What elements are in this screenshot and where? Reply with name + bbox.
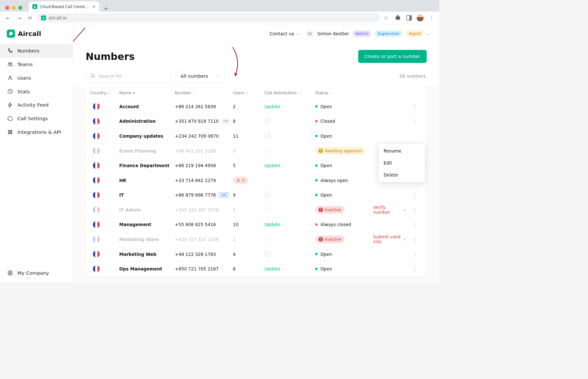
row-status: Open xyxy=(321,252,332,257)
table-row[interactable]: Company updates+234 242 709 067011✓Open xyxy=(86,129,426,144)
update-distribution-link[interactable]: Update› xyxy=(264,163,315,168)
ctx-delete[interactable]: Delete xyxy=(379,169,425,181)
topbar: Contact us ⌄ SK Simon Kestler Admin Supe… xyxy=(73,24,439,43)
sidebar-footer-label: My Company xyxy=(17,270,49,276)
aircall-favicon-icon: ◗ xyxy=(32,4,37,9)
row-action-link[interactable]: Verify number› xyxy=(373,205,408,215)
extensions-icon[interactable] xyxy=(393,13,402,22)
profile-avatar-icon[interactable] xyxy=(415,13,424,22)
status-dot-icon xyxy=(315,164,317,167)
row-name: HR xyxy=(119,178,175,183)
new-tab-button[interactable]: + xyxy=(102,6,110,12)
row-kebab-menu[interactable]: ⋮ xyxy=(408,104,422,109)
url-field[interactable]: ◗ aircall.io xyxy=(37,13,380,22)
sidebar-item-label: Activity Feed xyxy=(17,102,49,108)
row-kebab-menu[interactable]: ⋮ xyxy=(408,266,422,272)
ctx-rename[interactable]: Rename xyxy=(379,145,425,157)
row-action-link[interactable]: Submit valid info› xyxy=(373,234,408,244)
table-row[interactable]: Marketing Web+48 122 328 17834✓Open⋮ xyxy=(86,247,426,261)
table-row[interactable]: Finance Department+86 219 194 49585Updat… xyxy=(86,158,426,173)
col-dist[interactable]: Call distribution▾ xyxy=(264,90,315,95)
row-status: Open xyxy=(321,104,332,109)
users-warning-pill[interactable]: 0 xyxy=(233,177,248,184)
side-panel-icon[interactable] xyxy=(404,13,413,22)
sidebar-item-call-settings[interactable]: Call Settings xyxy=(0,112,73,125)
sidebar-item-my-company[interactable]: My Company xyxy=(0,265,73,282)
window-close-icon[interactable] xyxy=(5,6,9,10)
update-distribution-link[interactable]: Update› xyxy=(264,266,315,271)
tab-close-icon[interactable]: × xyxy=(92,4,96,9)
forward-icon[interactable]: → xyxy=(15,13,24,22)
table-row[interactable]: IT+86 879 696 7776SMS9✓Open⋮ xyxy=(86,188,426,202)
create-number-button[interactable]: Create or port a number xyxy=(358,50,427,63)
user-menu[interactable]: SK Simon Kestler Admin Supervisor Agent … xyxy=(306,29,430,38)
sidebar-item-teams[interactable]: Teams xyxy=(0,58,73,71)
browser-tab[interactable]: ◗ Cloud-Based Call Center Softw... × xyxy=(29,1,99,11)
back-icon[interactable]: ← xyxy=(3,13,12,22)
table-row[interactable]: Management+55 608 825 541610Update›Alway… xyxy=(86,217,426,232)
country-flag-icon xyxy=(93,265,100,272)
reload-icon[interactable]: ⟳ xyxy=(26,13,35,22)
window-minimize-icon[interactable] xyxy=(12,6,16,10)
col-users[interactable]: Users▾ xyxy=(233,90,264,95)
sidebar-item-activity-feed[interactable]: Activity Feed xyxy=(0,98,73,112)
chrome-menu-icon[interactable]: ⋮ xyxy=(427,13,436,22)
col-number[interactable]: Number▾ xyxy=(175,90,233,95)
row-name: Ops Management xyxy=(119,266,175,271)
sidebar-item-integrations-api[interactable]: Integrations & API xyxy=(0,125,73,139)
country-flag-icon xyxy=(93,162,100,169)
row-kebab-menu[interactable]: ⋮ xyxy=(408,207,422,213)
sidebar-item-label: Stats xyxy=(17,88,30,94)
distribution-check-icon: ✓ xyxy=(264,118,270,124)
col-country[interactable]: Country▾ xyxy=(90,90,119,95)
table-row[interactable]: Marketing Store+420 727 323 12061✓!Inact… xyxy=(86,232,426,247)
country-flag-icon xyxy=(93,132,100,140)
row-kebab-menu[interactable]: ⋮ xyxy=(408,118,422,124)
bookmark-star-icon[interactable]: ☆ xyxy=(382,13,391,22)
row-status: Always open xyxy=(321,178,348,183)
row-status: Open xyxy=(321,192,332,198)
country-flag-icon xyxy=(93,191,100,199)
sidebar-item-label: Integrations & API xyxy=(17,129,61,135)
sidebar-item-numbers[interactable]: Numbers xyxy=(0,44,73,58)
contact-us-dropdown[interactable]: Contact us ⌄ xyxy=(269,31,299,36)
svg-point-8 xyxy=(9,272,11,273)
site-identity-icon: ◗ xyxy=(41,15,46,20)
row-kebab-menu[interactable]: ⋮ xyxy=(408,222,422,227)
role-badge-supervisor: Supervisor xyxy=(375,30,402,37)
table-row[interactable]: HR+33 714 842 22790Always open⋮ xyxy=(86,173,426,188)
window-maximize-icon[interactable] xyxy=(18,6,22,10)
sidebar-item-stats[interactable]: Stats xyxy=(0,85,73,98)
row-kebab-menu[interactable]: ⋮ xyxy=(408,192,422,198)
row-kebab-menu[interactable]: ⋮ xyxy=(408,251,422,257)
col-name[interactable]: Name▾ xyxy=(119,90,175,95)
contact-us-label: Contact us xyxy=(269,31,294,36)
status-dot-icon xyxy=(315,268,317,270)
filter-selected-label: All numbers xyxy=(181,73,208,78)
distribution-check-icon: ✓ xyxy=(264,236,270,242)
table-row[interactable]: IT Admin+355 340 287 50781✓!InactiveVeri… xyxy=(86,202,426,217)
alert-icon: ! xyxy=(319,208,323,212)
search-input[interactable] xyxy=(98,73,167,78)
country-flag-icon xyxy=(93,103,100,110)
brand-logo[interactable]: Aircall xyxy=(0,24,73,44)
sidebar-item-users[interactable]: Users xyxy=(0,71,73,85)
filter-dropdown[interactable]: All numbers ⌄ xyxy=(176,70,224,82)
row-kebab-menu[interactable]: ⋮ xyxy=(408,236,422,242)
col-status[interactable]: Status▾ xyxy=(315,90,373,95)
table-row[interactable]: Ops Management+850 721 705 21676Update›O… xyxy=(86,261,426,276)
update-distribution-link[interactable]: Update› xyxy=(264,222,315,227)
row-number: +86 431 201 3188 xyxy=(175,148,216,154)
row-users: 1 xyxy=(233,237,264,242)
sidebar-item-label: Users xyxy=(17,75,31,81)
ctx-edit[interactable]: Edit xyxy=(379,157,425,169)
table-row[interactable]: Account+86 214 261 58392Update›Open⋮ xyxy=(86,99,426,114)
sidebar-item-label: Teams xyxy=(17,62,33,67)
table-row[interactable]: Event Planning+86 431 201 31883✓!Awaitin… xyxy=(86,143,426,158)
search-input-wrapper[interactable] xyxy=(85,70,171,82)
update-distribution-link[interactable]: Update› xyxy=(264,104,315,109)
table-row[interactable]: Administration+351 870 918 7110IVR8✓Clos… xyxy=(86,114,426,129)
distribution-check-icon: ✓ xyxy=(264,148,270,154)
row-name: Account xyxy=(119,104,175,109)
user-name: Simon Kestler xyxy=(317,31,349,36)
